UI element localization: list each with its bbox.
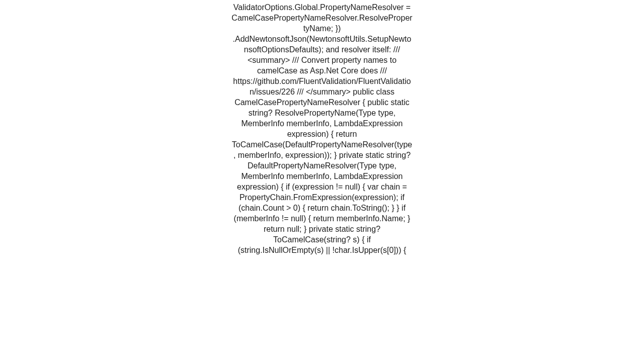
page-container: ValidatorOptions.Global.PropertyNameReso…	[0, 0, 644, 362]
document-body: ValidatorOptions.Global.PropertyNameReso…	[231, 2, 413, 255]
